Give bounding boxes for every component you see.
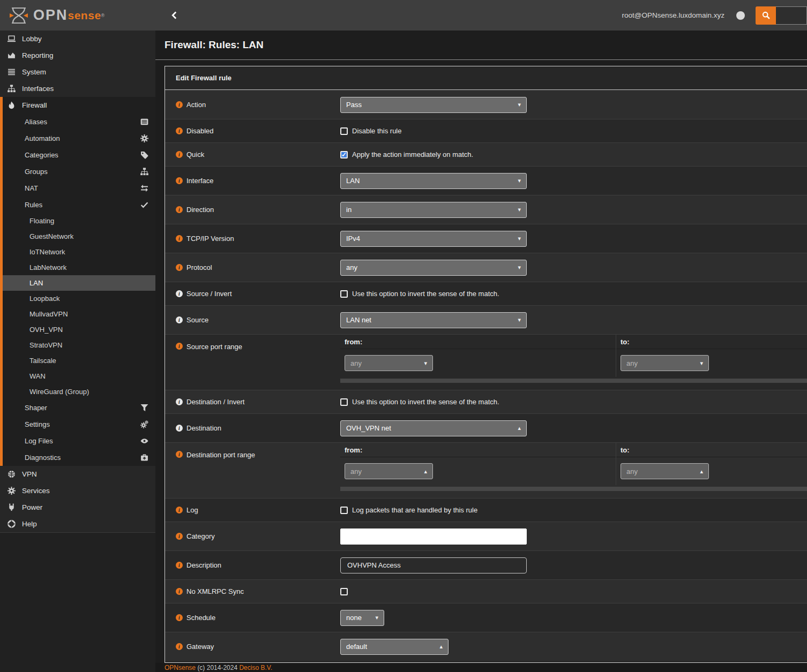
sidebar-item-rules-mullvadvpn[interactable]: MullvadVPN xyxy=(3,306,155,322)
field-label: Schedule xyxy=(186,614,215,622)
destination-invert-checkbox[interactable] xyxy=(340,398,348,406)
info-icon[interactable] xyxy=(176,316,183,323)
category-input[interactable] xyxy=(340,528,527,545)
sidebar-item-groups[interactable]: Groups xyxy=(3,163,155,180)
sidebar-item-power[interactable]: Power xyxy=(0,499,155,516)
sidebar-item-aliases[interactable]: Aliases xyxy=(3,114,155,130)
info-icon[interactable] xyxy=(176,507,183,514)
destination-port-from-select[interactable]: any xyxy=(345,463,433,479)
sidebar-item-rules-ovh-vpn[interactable]: OVH_VPN xyxy=(3,322,155,337)
gear-icon xyxy=(140,134,148,142)
info-icon[interactable] xyxy=(176,643,183,650)
sidebar-item-settings[interactable]: Settings xyxy=(3,416,155,433)
interface-select[interactable]: LAN xyxy=(340,173,527,189)
info-icon[interactable] xyxy=(176,264,183,271)
info-icon[interactable] xyxy=(176,206,183,213)
select-value: OVH_VPN net xyxy=(346,424,391,432)
hourglass-logo-icon xyxy=(9,7,29,24)
sidebar-item-label: WAN xyxy=(29,372,46,380)
sidebar-item-automation[interactable]: Automation xyxy=(3,130,155,147)
sidebar-item-nat[interactable]: NAT xyxy=(3,180,155,197)
info-icon[interactable] xyxy=(176,588,183,595)
horizontal-scrollbar[interactable] xyxy=(340,487,807,491)
info-icon[interactable] xyxy=(176,290,183,297)
info-icon[interactable] xyxy=(176,127,183,134)
destination-port-to-select[interactable]: any xyxy=(621,463,709,479)
sidebar-item-shaper[interactable]: Shaper xyxy=(3,399,155,416)
source-port-to-select[interactable]: any xyxy=(621,355,709,371)
sidebar-item-rules-tailscale[interactable]: Tailscale xyxy=(3,353,155,368)
sidebar-item-rules-labnetwork[interactable]: LabNetwork xyxy=(3,260,155,275)
sidebar-item-vpn[interactable]: VPN xyxy=(0,466,155,482)
tcpip-version-select[interactable]: IPv4 xyxy=(340,231,527,247)
port-from-header: from: xyxy=(340,443,616,457)
sidebar-item-rules-stratovpn[interactable]: StratoVPN xyxy=(3,337,155,353)
source-invert-checkbox[interactable] xyxy=(340,290,348,298)
checkbox-label: Use this option to invert the sense of t… xyxy=(352,398,499,406)
sidebar-item-categories[interactable]: Categories xyxy=(3,147,155,163)
search-icon xyxy=(762,11,770,19)
info-icon[interactable] xyxy=(176,343,183,350)
disabled-checkbox[interactable] xyxy=(340,127,348,135)
log-checkbox[interactable] xyxy=(340,507,348,514)
source-select[interactable]: LAN net xyxy=(340,312,527,328)
gateway-select[interactable]: default xyxy=(340,639,449,655)
field-label: Destination / Invert xyxy=(186,398,244,406)
source-port-from-select[interactable]: any xyxy=(345,355,433,371)
sidebar-item-label: VPN xyxy=(22,470,37,478)
description-input[interactable] xyxy=(340,557,527,573)
schedule-select[interactable]: none xyxy=(340,610,384,626)
caret-down-icon xyxy=(518,177,521,184)
deciso-link[interactable]: Deciso B.V. xyxy=(239,664,272,671)
info-icon[interactable] xyxy=(176,533,183,540)
quick-checkbox[interactable] xyxy=(340,151,348,158)
sidebar-item-services[interactable]: Services xyxy=(0,482,155,499)
field-label: Log xyxy=(186,506,198,514)
sidebar-item-rules-loopback[interactable]: Loopback xyxy=(3,291,155,306)
info-icon[interactable] xyxy=(176,101,183,108)
info-icon[interactable] xyxy=(176,235,183,242)
fire-icon xyxy=(8,101,16,109)
direction-select[interactable]: in xyxy=(340,202,527,218)
action-select[interactable]: Pass xyxy=(340,97,527,113)
destination-select[interactable]: OVH_VPN net xyxy=(340,420,527,436)
sidebar-item-rules-iotnetwork[interactable]: IoTNetwork xyxy=(3,244,155,260)
opnsense-link[interactable]: OPNsense xyxy=(165,664,196,671)
sidebar-item-rules-wireguard-group[interactable]: WireGuard (Group) xyxy=(3,384,155,399)
sidebar-item-rules-lan[interactable]: LAN xyxy=(3,275,155,291)
sidebar-item-rules-guestnetwork[interactable]: GuestNetwork xyxy=(3,229,155,244)
check-icon xyxy=(140,201,148,209)
sidebar-item-firewall[interactable]: Firewall xyxy=(3,97,155,114)
sidebar-item-log-files[interactable]: Log Files xyxy=(3,433,155,449)
sidebar-collapse-button[interactable] xyxy=(170,11,178,19)
info-icon[interactable] xyxy=(176,151,183,158)
info-icon[interactable] xyxy=(176,562,183,569)
protocol-select[interactable]: any xyxy=(340,260,527,276)
horizontal-scrollbar[interactable] xyxy=(340,379,807,383)
sidebar-item-label: Categories xyxy=(25,151,58,159)
info-icon[interactable] xyxy=(176,398,183,405)
select-value: Pass xyxy=(346,101,362,109)
sidebar-item-system[interactable]: System xyxy=(0,64,155,80)
sidebar-item-interfaces[interactable]: Interfaces xyxy=(0,80,155,97)
status-dot[interactable] xyxy=(736,11,745,20)
sidebar-item-rules-wan[interactable]: WAN xyxy=(3,368,155,384)
globe-icon xyxy=(8,470,16,478)
info-icon[interactable] xyxy=(176,451,183,458)
opnsense-logo[interactable]: OPNsense® xyxy=(0,7,155,24)
checkbox-label: Log packets that are handled by this rul… xyxy=(352,506,477,514)
search-button[interactable] xyxy=(756,6,776,25)
search-input[interactable] xyxy=(776,6,807,25)
sidebar-item-diagnostics[interactable]: Diagnostics xyxy=(3,449,155,466)
info-icon[interactable] xyxy=(176,177,183,184)
sidebar-item-help[interactable]: Help xyxy=(0,516,155,532)
caret-down-icon xyxy=(424,360,427,367)
info-icon[interactable] xyxy=(176,614,183,621)
info-icon[interactable] xyxy=(176,425,183,432)
checkbox-label: Disable this rule xyxy=(352,127,402,135)
sidebar-item-lobby[interactable]: Lobby xyxy=(0,31,155,47)
no-xmlrpc-sync-checkbox[interactable] xyxy=(340,588,348,595)
sidebar-item-reporting[interactable]: Reporting xyxy=(0,47,155,64)
sidebar-item-rules-floating[interactable]: Floating xyxy=(3,213,155,229)
sidebar-item-rules[interactable]: Rules xyxy=(3,197,155,213)
